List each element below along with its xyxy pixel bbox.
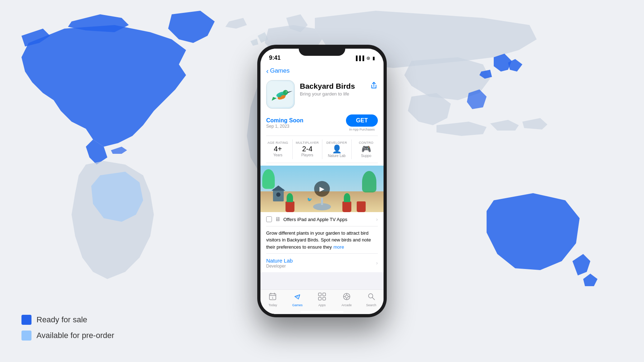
info-multiplayer: MULTIPLAYER 2-4 Players [293, 140, 322, 159]
tab-search[interactable]: Search [359, 293, 384, 307]
coming-soon-label: Coming Soon [266, 117, 303, 124]
in-app-purchases-label: In-App Purchases [346, 128, 378, 131]
app-content: ‹ Games [260, 64, 384, 314]
legend-color-preorder [21, 331, 31, 341]
app-subtitle: Bring your garden to life [300, 91, 365, 97]
apps-tab-label: Apps [318, 303, 326, 307]
legend-label-ready: Ready for sale [36, 315, 87, 324]
phone-notch [299, 45, 345, 56]
apps-icon [318, 293, 326, 303]
tab-arcade[interactable]: Arcade [334, 293, 359, 307]
info-age-rating: AGE RATING 4+ Years [263, 140, 293, 159]
svg-point-19 [345, 295, 348, 298]
status-time: 9:41 [269, 55, 280, 61]
info-developer: DEVELOPER 👤 Nature Lab [322, 140, 352, 159]
description-more-link[interactable]: more [333, 244, 344, 250]
legend-item-preorder: Available for pre-order [21, 331, 114, 341]
content-spacer [260, 272, 384, 289]
search-tab-label: Search [366, 303, 376, 307]
legend-item-ready: Ready for sale [21, 315, 114, 325]
age-rating-value: 4+ [265, 145, 291, 153]
arcade-tab-label: Arcade [342, 303, 352, 307]
divider-2 [266, 163, 378, 163]
battery-icon: ▮ [372, 55, 375, 61]
home-indicator [301, 311, 343, 313]
play-button[interactable]: ▶ [314, 181, 330, 197]
developer-chevron-icon: › [376, 260, 378, 266]
divider-4 [266, 253, 378, 254]
games-icon [293, 293, 301, 303]
phone-body: 9:41 ▐▐▐ ⊛ ▮ ‹ Games [258, 45, 386, 317]
tab-bar: 1 Today Games [260, 289, 384, 314]
app-name: Backyard Birds [300, 82, 365, 90]
wifi-icon: ⊛ [366, 55, 370, 61]
controller-label: CONTRO [353, 141, 379, 145]
games-tab-label: Games [292, 303, 303, 307]
offers-text: Offers iPad and Apple TV Apps [283, 217, 347, 222]
release-date: Sep 1, 2023 [266, 124, 303, 129]
today-tab-label: Today [268, 303, 277, 307]
svg-rect-17 [323, 297, 326, 300]
app-icon [266, 80, 295, 109]
controller-sub: Suppo [353, 154, 379, 158]
description-section: Grow different plants in your garden to … [260, 227, 384, 254]
developer-name: Nature Lab [266, 258, 293, 264]
today-icon: 1 [269, 293, 277, 303]
status-icons: ▐▐▐ ⊛ ▮ [354, 55, 375, 61]
signal-icon: ▐▐▐ [354, 55, 364, 61]
chevron-left-icon: ‹ [266, 67, 269, 74]
svg-text:1: 1 [272, 297, 273, 299]
app-icon-image [268, 82, 293, 107]
developer-info: Nature Lab Developer [266, 258, 293, 269]
svg-rect-14 [318, 293, 321, 296]
multiplayer-value: 2-4 [294, 145, 320, 153]
nav-back-button[interactable]: ‹ Games [266, 67, 378, 74]
developer-icon: 👤 [324, 145, 350, 154]
offers-chevron-icon: › [376, 216, 378, 222]
phone-device: 9:41 ▐▐▐ ⊛ ▮ ‹ Games [258, 45, 386, 317]
monitor-icon: 🖥 [275, 216, 280, 222]
get-button[interactable]: GET [346, 114, 378, 127]
developer-row[interactable]: Nature Lab Developer › [260, 254, 384, 272]
cta-section: Coming Soon Sep 1, 2023 GET In-App Purch… [260, 113, 384, 136]
app-header: Backyard Birds Bring your garden to life [260, 76, 384, 113]
offers-row: 🖥 Offers iPad and Apple TV Apps › [260, 212, 384, 226]
nav-bar: ‹ Games [260, 64, 384, 76]
info-row: AGE RATING 4+ Years MULTIPLAYER 2-4 Play… [260, 136, 384, 163]
offers-left: 🖥 Offers iPad and Apple TV Apps [266, 216, 347, 222]
nav-back-label: Games [270, 67, 290, 74]
legend-label-preorder: Available for pre-order [36, 331, 114, 340]
developer-sub: Nature Lab [324, 154, 350, 158]
coming-soon-info: Coming Soon Sep 1, 2023 [266, 117, 303, 129]
share-button[interactable] [370, 82, 378, 91]
developer-role-label: Developer [266, 264, 293, 269]
multiplayer-label: MULTIPLAYER [294, 141, 320, 145]
screenshot-preview[interactable]: 🐦 ▶ [260, 166, 384, 212]
arcade-icon [343, 293, 351, 303]
get-button-wrapper: GET In-App Purchases [346, 114, 378, 131]
search-icon [367, 293, 375, 303]
multiplayer-sub: Players [294, 153, 320, 157]
tab-today[interactable]: 1 Today [260, 293, 285, 307]
phone-screen: 9:41 ▐▐▐ ⊛ ▮ ‹ Games [260, 49, 384, 314]
info-controller: CONTRO 🎮 Suppo [352, 140, 381, 159]
svg-point-4 [283, 90, 288, 95]
tab-games[interactable]: Games [285, 293, 310, 307]
map-legend: Ready for sale Available for pre-order [21, 315, 114, 341]
svg-line-25 [372, 298, 375, 300]
age-rating-label: AGE RATING [265, 141, 291, 145]
tab-apps[interactable]: Apps [310, 293, 335, 307]
share-icon [370, 82, 378, 89]
app-info: Backyard Birds Bring your garden to life [300, 80, 365, 97]
svg-point-13 [296, 295, 298, 298]
svg-rect-16 [318, 297, 321, 300]
svg-rect-15 [323, 293, 326, 296]
divider-3 [266, 226, 378, 226]
legend-color-ready [21, 315, 31, 325]
checkbox-icon [266, 216, 272, 222]
age-rating-sub: Years [265, 153, 291, 157]
svg-point-6 [286, 92, 286, 92]
description-text: Grow different plants in your garden to … [266, 230, 371, 250]
developer-label: DEVELOPER [324, 141, 350, 145]
controller-icon: 🎮 [353, 145, 379, 154]
